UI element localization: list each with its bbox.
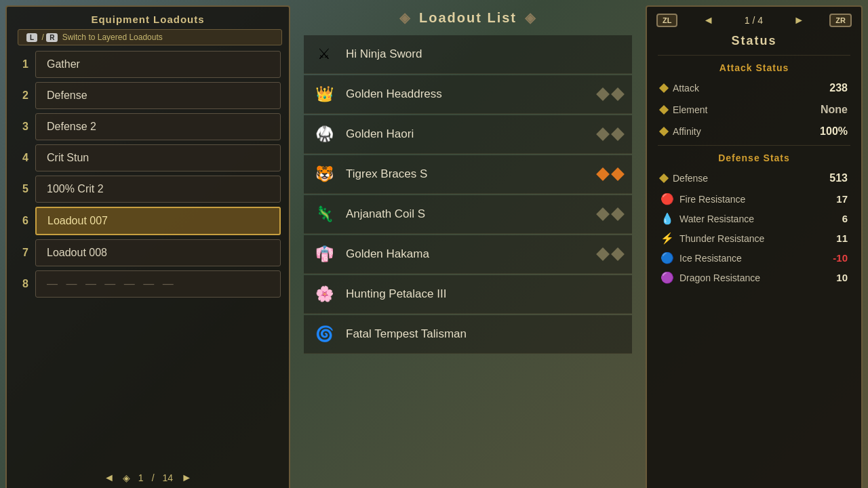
equipment-row-1[interactable]: ⚔Hi Ninja Sword bbox=[304, 35, 632, 74]
gem-3-1 bbox=[611, 127, 625, 141]
water-label: Water Resistance bbox=[679, 214, 837, 224]
loadout-number-6: 6 bbox=[15, 215, 28, 227]
equip-gems-4 bbox=[597, 168, 624, 180]
equip-name-5: Anjanath Coil S bbox=[346, 207, 587, 221]
gem-6-0 bbox=[596, 247, 610, 261]
loadout-items: 1Gather2Defense3Defense 24Crit Stun5100%… bbox=[7, 51, 289, 465]
header-deco-left: ◈ bbox=[399, 9, 411, 26]
zl-button[interactable]: ZL bbox=[656, 14, 677, 27]
loadout-row-6: 6Loadout 007 bbox=[15, 207, 281, 235]
loadout-btn-6[interactable]: Loadout 007 bbox=[35, 207, 281, 235]
equipment-row-2[interactable]: 👑Golden Headdress bbox=[304, 75, 632, 114]
affinity-value: 100% bbox=[820, 125, 848, 138]
gem-5-1 bbox=[611, 207, 625, 221]
pagination: ◄ ◈ 1 / 14 ► bbox=[7, 465, 289, 488]
attack-section-title: Attack Status bbox=[647, 58, 861, 77]
equipment-row-6[interactable]: 👘Golden Hakama bbox=[304, 235, 632, 274]
equip-icon-5: 🦎 bbox=[312, 202, 336, 226]
thunder-res-row: ⚡ Thunder Resistance 11 bbox=[647, 228, 861, 248]
dragon-icon: 🟣 bbox=[660, 271, 674, 284]
gem-2-1 bbox=[611, 87, 625, 101]
l-button-badge: L bbox=[26, 33, 37, 42]
element-diamond bbox=[659, 105, 669, 115]
ice-value: -10 bbox=[833, 252, 848, 264]
page-icon: ◈ bbox=[123, 472, 130, 483]
equip-name-7: Hunting Petalace III bbox=[346, 287, 614, 301]
equip-gems-5 bbox=[597, 208, 624, 220]
equip-name-2: Golden Headdress bbox=[346, 87, 587, 101]
equipment-row-5[interactable]: 🦎Anjanath Coil S bbox=[304, 195, 632, 234]
thunder-icon: ⚡ bbox=[660, 232, 674, 245]
fire-icon: 🔴 bbox=[660, 192, 674, 205]
status-page-indicator: 1 / 4 bbox=[739, 15, 768, 26]
equipment-row-8[interactable]: 🌀Fatal Tempest Talisman bbox=[304, 315, 632, 354]
attack-label: Attack bbox=[673, 83, 824, 94]
loadout-btn-2[interactable]: Defense bbox=[35, 82, 281, 109]
loadout-row-5: 5100% Crit 2 bbox=[15, 176, 281, 203]
divider-2 bbox=[658, 145, 850, 146]
loadout-btn-3[interactable]: Defense 2 bbox=[35, 113, 281, 140]
left-panel: Equipment Loadouts L / R Switch to Layer… bbox=[5, 5, 290, 488]
water-value: 6 bbox=[842, 213, 848, 224]
gem-4-0 bbox=[596, 167, 610, 181]
element-value: None bbox=[821, 104, 848, 116]
loadout-number-5: 5 bbox=[15, 183, 28, 195]
loadout-number-2: 2 bbox=[15, 89, 28, 102]
loadout-row-2: 2Defense bbox=[15, 82, 281, 109]
equip-icon-4: 🐯 bbox=[312, 162, 336, 186]
defense-row: Defense 513 bbox=[647, 167, 861, 189]
dragon-value: 10 bbox=[836, 272, 848, 283]
affinity-label: Affinity bbox=[673, 126, 814, 137]
loadout-number-7: 7 bbox=[15, 247, 28, 259]
defense-section-title: Defense Stats bbox=[647, 148, 861, 167]
loadout-number-4: 4 bbox=[15, 152, 28, 164]
prev-status-arrow[interactable]: ◄ bbox=[703, 14, 714, 26]
gem-6-1 bbox=[611, 247, 625, 261]
equipment-row-7[interactable]: 🌸Hunting Petalace III bbox=[304, 275, 632, 314]
equipment-loadouts-title: Equipment Loadouts bbox=[7, 7, 289, 29]
loadout-list-title: Loadout List bbox=[419, 10, 517, 26]
next-page-arrow[interactable]: ► bbox=[181, 472, 192, 484]
loadout-row-4: 4Crit Stun bbox=[15, 144, 281, 171]
attack-diamond bbox=[659, 83, 669, 93]
equip-icon-3: 🥋 bbox=[312, 122, 336, 146]
equip-name-3: Golden Haori bbox=[346, 127, 587, 141]
loadout-number-1: 1 bbox=[15, 58, 28, 70]
equip-name-8: Fatal Tempest Talisman bbox=[346, 327, 614, 341]
dragon-res-row: 🟣 Dragon Resistance 10 bbox=[647, 268, 861, 287]
zr-button[interactable]: ZR bbox=[829, 14, 852, 27]
equip-name-1: Hi Ninja Sword bbox=[346, 47, 614, 61]
element-row: Element None bbox=[647, 99, 861, 121]
fire-label: Fire Resistance bbox=[679, 194, 831, 205]
switch-to-layered-label[interactable]: L / R Switch to Layered Loadouts bbox=[18, 29, 282, 45]
divider-1 bbox=[658, 55, 850, 56]
element-label: Element bbox=[673, 104, 815, 115]
equipment-row-3[interactable]: 🥋Golden Haori bbox=[304, 115, 632, 154]
loadout-btn-5[interactable]: 100% Crit 2 bbox=[35, 176, 281, 203]
loadout-btn-4[interactable]: Crit Stun bbox=[35, 144, 281, 171]
r-button-badge: R bbox=[46, 33, 58, 42]
header-deco-right: ◈ bbox=[525, 9, 536, 26]
defense-value: 513 bbox=[829, 172, 848, 184]
defense-label: Defense bbox=[673, 173, 824, 184]
loadout-row-3: 3Defense 2 bbox=[15, 113, 281, 140]
page-current: 1 bbox=[138, 472, 144, 483]
loadout-row-8: 8— — — — — — — bbox=[15, 270, 281, 298]
attack-row: Attack 238 bbox=[647, 77, 861, 99]
loadout-row-7: 7Loadout 008 bbox=[15, 239, 281, 266]
status-header: ZL ◄ 1 / 4 ► ZR bbox=[647, 7, 861, 31]
prev-page-arrow[interactable]: ◄ bbox=[104, 472, 115, 484]
ice-label: Ice Resistance bbox=[679, 253, 827, 264]
thunder-label: Thunder Resistance bbox=[679, 233, 831, 244]
gem-3-0 bbox=[596, 127, 610, 141]
next-status-arrow[interactable]: ► bbox=[793, 14, 804, 26]
loadout-btn-8[interactable]: — — — — — — — bbox=[35, 270, 281, 298]
dragon-label: Dragon Resistance bbox=[679, 272, 831, 283]
switch-label-text: Switch to Layered Loadouts bbox=[62, 33, 163, 42]
loadout-btn-1[interactable]: Gather bbox=[35, 51, 281, 78]
right-panel: ZL ◄ 1 / 4 ► ZR Status Attack Status Att… bbox=[646, 5, 863, 488]
loadout-btn-7[interactable]: Loadout 008 bbox=[35, 239, 281, 266]
affinity-row: Affinity 100% bbox=[647, 121, 861, 142]
equipment-row-4[interactable]: 🐯Tigrex Braces S bbox=[304, 155, 632, 194]
equip-name-6: Golden Hakama bbox=[346, 247, 587, 261]
